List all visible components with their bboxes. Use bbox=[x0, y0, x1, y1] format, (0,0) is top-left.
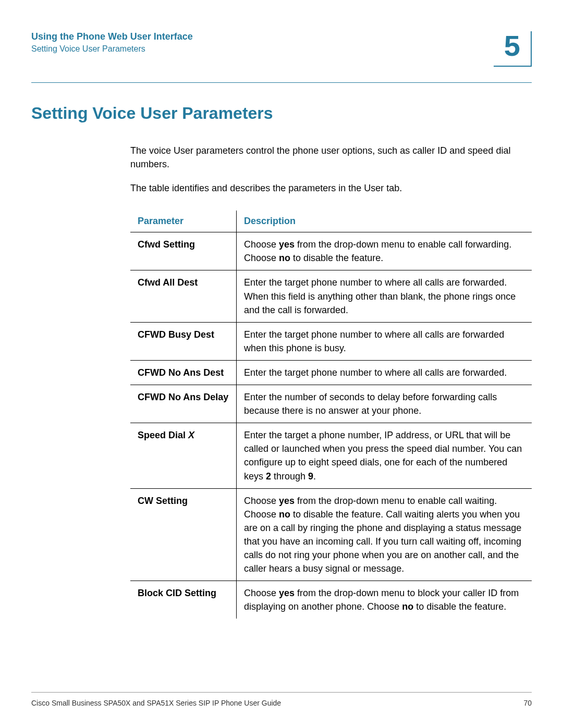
parameter-name-cell: Block CID Setting bbox=[130, 581, 237, 619]
table-row: CFWD Busy DestEnter the target phone num… bbox=[130, 322, 532, 360]
parameter-name-cell: Cfwd All Dest bbox=[130, 270, 237, 322]
table-header-description: Description bbox=[237, 211, 532, 232]
parameter-description-cell: Enter the target phone number to where a… bbox=[237, 270, 532, 322]
table-header-row: Parameter Description bbox=[130, 211, 532, 232]
table-row: CW SettingChoose yes from the drop-down … bbox=[130, 488, 532, 581]
parameter-description-cell: Enter the target phone number to where a… bbox=[237, 360, 532, 385]
table-row: CFWD No Ans DelayEnter the number of sec… bbox=[130, 385, 532, 423]
parameter-description-cell: Enter the target a phone number, IP addr… bbox=[237, 423, 532, 488]
document-page: Using the Phone Web User Interface Setti… bbox=[0, 0, 563, 728]
parameter-name-cell: Speed Dial X bbox=[130, 423, 237, 488]
parameter-name-cell: Cfwd Setting bbox=[130, 232, 237, 270]
table-row: Speed Dial XEnter the target a phone num… bbox=[130, 423, 532, 488]
parameter-description-cell: Choose yes from the drop-down menu to bl… bbox=[237, 581, 532, 619]
footer-page-number: 70 bbox=[523, 699, 532, 707]
parameter-name-cell: CFWD Busy Dest bbox=[130, 322, 237, 360]
footer-doc-title: Cisco Small Business SPA50X and SPA51X S… bbox=[31, 699, 281, 707]
parameter-name-cell: CW Setting bbox=[130, 488, 237, 581]
chapter-number: 5 bbox=[504, 31, 520, 60]
running-header-subtitle: Setting Voice User Parameters bbox=[31, 44, 494, 54]
parameter-description-cell: Choose yes from the drop-down menu to en… bbox=[237, 232, 532, 270]
section-heading: Setting Voice User Parameters bbox=[31, 104, 532, 123]
table-header-parameter: Parameter bbox=[130, 211, 237, 232]
page-footer: Cisco Small Business SPA50X and SPA51X S… bbox=[31, 692, 532, 707]
table-row: Cfwd All DestEnter the target phone numb… bbox=[130, 270, 532, 322]
page-header: Using the Phone Web User Interface Setti… bbox=[31, 31, 532, 67]
header-rule bbox=[31, 82, 532, 83]
parameter-name-cell: CFWD No Ans Delay bbox=[130, 385, 237, 423]
parameters-table: Parameter Description Cfwd SettingChoose… bbox=[130, 211, 532, 619]
parameter-name-cell: CFWD No Ans Dest bbox=[130, 360, 237, 385]
table-row: Block CID SettingChoose yes from the dro… bbox=[130, 581, 532, 619]
header-left: Using the Phone Web User Interface Setti… bbox=[31, 31, 494, 54]
table-row: Cfwd SettingChoose yes from the drop-dow… bbox=[130, 232, 532, 270]
table-row: CFWD No Ans DestEnter the target phone n… bbox=[130, 360, 532, 385]
parameter-description-cell: Choose yes from the drop-down menu to en… bbox=[237, 488, 532, 581]
chapter-number-box: 5 bbox=[494, 31, 532, 67]
intro-text: The voice User parameters control the ph… bbox=[130, 144, 532, 195]
intro-paragraph-2: The table identifies and describes the p… bbox=[130, 181, 532, 195]
running-header-title: Using the Phone Web User Interface bbox=[31, 31, 494, 42]
parameter-description-cell: Enter the number of seconds to delay bef… bbox=[237, 385, 532, 423]
parameter-description-cell: Enter the target phone number to where a… bbox=[237, 322, 532, 360]
intro-paragraph-1: The voice User parameters control the ph… bbox=[130, 144, 532, 171]
